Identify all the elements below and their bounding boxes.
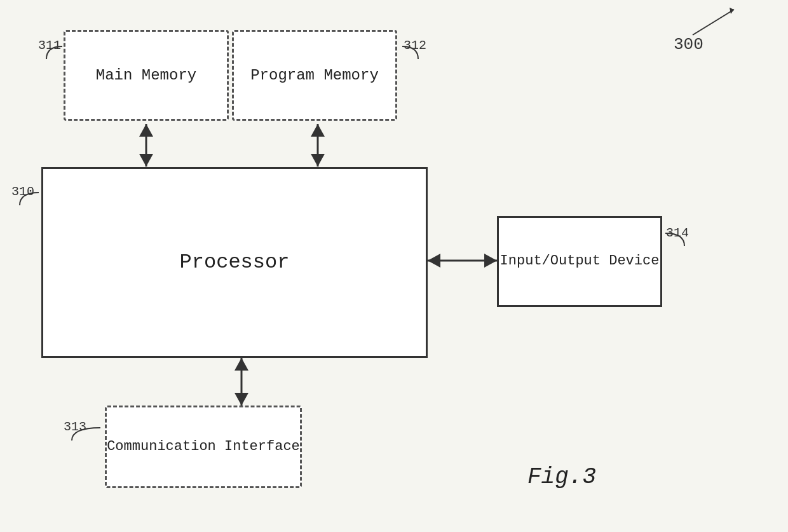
- svg-marker-12: [428, 254, 440, 268]
- svg-marker-13: [484, 254, 497, 268]
- main-memory-label: Main Memory: [96, 65, 196, 86]
- figure-label: Fig.3: [527, 464, 596, 490]
- io-device-label: Input/Output Device: [500, 252, 660, 271]
- svg-marker-10: [311, 154, 325, 167]
- svg-marker-16: [234, 393, 248, 406]
- svg-marker-6: [139, 124, 153, 137]
- main-memory-block: Main Memory: [64, 30, 229, 121]
- io-device-block: Input/Output Device: [497, 216, 662, 307]
- svg-marker-18: [730, 8, 734, 14]
- svg-marker-15: [234, 358, 248, 371]
- comm-interface-label: Communication Interface: [107, 437, 300, 457]
- svg-line-17: [693, 10, 734, 35]
- diagram-container: Main Memory Program Memory Processor Inp…: [0, 0, 788, 532]
- ref-300: 300: [674, 35, 703, 54]
- comm-interface-block: Communication Interface: [105, 406, 302, 488]
- program-memory-label: Program Memory: [250, 65, 379, 86]
- processor-label: Processor: [180, 249, 290, 277]
- processor-block: Processor: [41, 167, 428, 358]
- svg-marker-9: [311, 124, 325, 137]
- program-memory-block: Program Memory: [232, 30, 397, 121]
- svg-marker-7: [139, 154, 153, 167]
